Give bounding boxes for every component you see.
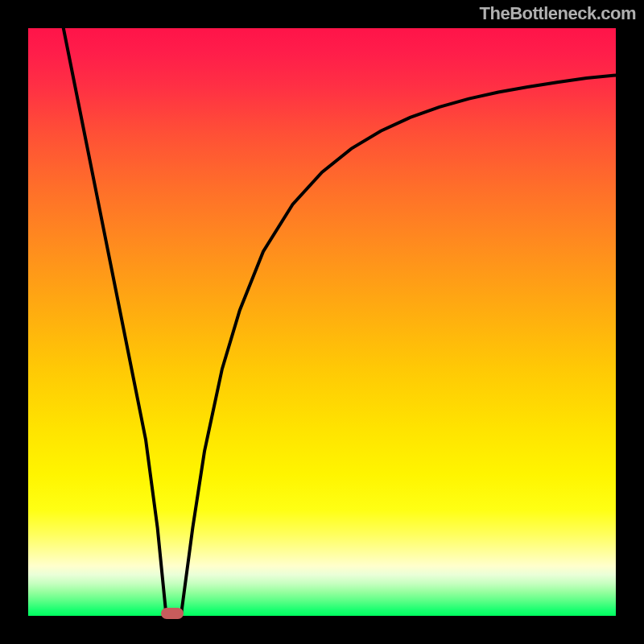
bottleneck-curve bbox=[28, 28, 616, 616]
chart-frame: TheBottleneck.com bbox=[0, 0, 644, 644]
optimal-marker bbox=[161, 608, 184, 619]
plot-area bbox=[28, 28, 616, 616]
watermark-text: TheBottleneck.com bbox=[480, 3, 636, 24]
